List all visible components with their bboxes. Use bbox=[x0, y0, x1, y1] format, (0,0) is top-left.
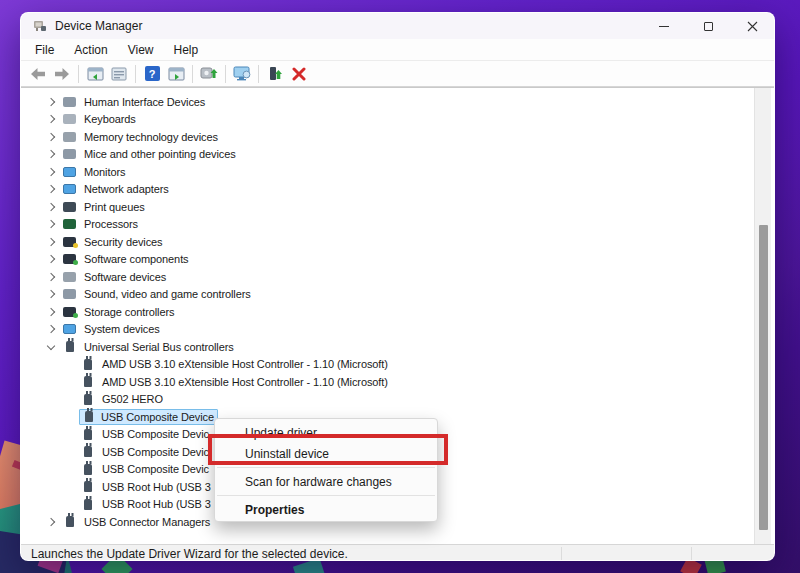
tree-item-mice[interactable]: Mice and other pointing devices bbox=[21, 146, 774, 164]
tree-item-security-devices[interactable]: Security devices bbox=[21, 233, 774, 251]
chevron-right-icon[interactable] bbox=[45, 201, 57, 213]
console-tree-icon bbox=[87, 67, 104, 81]
help-button[interactable]: ? bbox=[141, 63, 163, 85]
tree-item-human-interface-devices[interactable]: Human Interface Devices bbox=[21, 93, 774, 111]
tree-item-sound-controllers[interactable]: Sound, video and game controllers bbox=[21, 286, 774, 304]
usb-plug-icon bbox=[84, 376, 92, 387]
chevron-right-icon[interactable] bbox=[45, 271, 57, 283]
chevron-down-icon[interactable] bbox=[45, 341, 57, 353]
tree-item-label: AMD USB 3.10 eXtensible Host Controller … bbox=[102, 376, 388, 388]
chevron-right-icon[interactable] bbox=[45, 96, 57, 108]
tree-item-label: USB Composite Device bbox=[101, 411, 214, 423]
properties-button[interactable] bbox=[108, 63, 130, 85]
chevron-right-icon[interactable] bbox=[45, 131, 57, 143]
tree-item-label: Network adapters bbox=[84, 183, 169, 195]
chevron-right-icon[interactable] bbox=[45, 323, 57, 335]
chevron-right-icon[interactable] bbox=[45, 218, 57, 230]
properties-icon bbox=[111, 67, 127, 81]
close-icon bbox=[747, 21, 758, 32]
toolbar-divider bbox=[135, 65, 136, 83]
tree-item-software-devices[interactable]: Software devices bbox=[21, 268, 774, 286]
chevron-right-icon[interactable] bbox=[45, 236, 57, 248]
tree-item-storage-controllers[interactable]: Storage controllers bbox=[21, 303, 774, 321]
title-bar: Device Manager bbox=[21, 13, 774, 39]
close-button[interactable] bbox=[730, 13, 774, 39]
context-menu-item-scan-hardware[interactable]: Scan for hardware changes bbox=[215, 471, 437, 492]
chevron-right-icon[interactable] bbox=[45, 166, 57, 178]
printer-icon bbox=[63, 202, 76, 212]
monitor-icon bbox=[63, 167, 76, 177]
tree-item-label: Monitors bbox=[84, 166, 125, 178]
tree-item-usb-controllers[interactable]: Universal Serial Bus controllers bbox=[21, 338, 774, 356]
usb-plug-icon bbox=[84, 394, 92, 405]
tree-item-label: USB Composite Devic bbox=[102, 463, 209, 475]
status-divider bbox=[561, 547, 562, 561]
usb-plug-icon bbox=[84, 481, 92, 492]
uninstall-device-button[interactable] bbox=[264, 63, 286, 85]
tree-item-monitors[interactable]: Monitors bbox=[21, 163, 774, 181]
tree-item-software-components[interactable]: Software components bbox=[21, 251, 774, 269]
menu-separator bbox=[217, 495, 435, 496]
update-driver-icon bbox=[200, 66, 218, 81]
status-divider bbox=[691, 547, 692, 561]
tree-item-keyboards[interactable]: Keyboards bbox=[21, 111, 774, 129]
delete-button[interactable] bbox=[288, 63, 310, 85]
tree-item-label: Mice and other pointing devices bbox=[84, 148, 236, 160]
keyboard-icon bbox=[63, 114, 76, 124]
context-menu-item-properties[interactable]: Properties bbox=[215, 499, 437, 520]
tree-item-label: System devices bbox=[84, 323, 160, 335]
tree-item-g502-hero[interactable]: G502 HERO bbox=[21, 391, 774, 409]
toolbar-divider bbox=[225, 65, 226, 83]
tree-item-label: Security devices bbox=[84, 236, 163, 248]
context-menu-item-update-driver[interactable]: Update driver bbox=[215, 422, 437, 443]
memory-icon bbox=[63, 132, 76, 142]
chevron-right-icon[interactable] bbox=[45, 183, 57, 195]
tree-item-print-queues[interactable]: Print queues bbox=[21, 198, 774, 216]
menu-file[interactable]: File bbox=[25, 41, 64, 59]
usb-plug-icon bbox=[84, 359, 92, 370]
vertical-scrollbar[interactable] bbox=[754, 88, 771, 544]
show-window-button[interactable] bbox=[165, 63, 187, 85]
maximize-button[interactable] bbox=[686, 13, 730, 39]
menu-separator bbox=[217, 467, 435, 468]
chevron-right-icon[interactable] bbox=[45, 148, 57, 160]
back-icon bbox=[30, 67, 46, 81]
scrollbar-thumb[interactable] bbox=[759, 225, 768, 530]
console-tree-button[interactable] bbox=[84, 63, 106, 85]
tree-item-label: Keyboards bbox=[84, 113, 136, 125]
chevron-right-icon[interactable] bbox=[45, 516, 57, 528]
tree-item-memory-technology-devices[interactable]: Memory technology devices bbox=[21, 128, 774, 146]
minimize-button[interactable] bbox=[642, 13, 686, 39]
tree-item-label: Processors bbox=[84, 218, 138, 230]
forward-icon bbox=[54, 67, 70, 81]
tree-item-label: Sound, video and game controllers bbox=[84, 288, 251, 300]
toolbar-divider bbox=[78, 65, 79, 83]
tree-item-amd-usb-controller[interactable]: AMD USB 3.10 eXtensible Host Controller … bbox=[21, 356, 774, 374]
menu-action[interactable]: Action bbox=[64, 41, 117, 59]
scan-hardware-button[interactable] bbox=[231, 63, 253, 85]
tree-item-network-adapters[interactable]: Network adapters bbox=[21, 181, 774, 199]
tree-item-processors[interactable]: Processors bbox=[21, 216, 774, 234]
mouse-icon bbox=[63, 149, 76, 159]
menu-view[interactable]: View bbox=[118, 41, 164, 59]
tree-item-system-devices[interactable]: System devices bbox=[21, 321, 774, 339]
tree-item-label: G502 HERO bbox=[102, 393, 163, 405]
back-button[interactable] bbox=[27, 63, 49, 85]
chevron-right-icon[interactable] bbox=[45, 288, 57, 300]
tree-item-label: Human Interface Devices bbox=[84, 96, 205, 108]
tree-item-amd-usb-controller[interactable]: AMD USB 3.10 eXtensible Host Controller … bbox=[21, 373, 774, 391]
chevron-right-icon[interactable] bbox=[45, 113, 57, 125]
chevron-right-icon[interactable] bbox=[45, 253, 57, 265]
usb-plug-icon bbox=[84, 446, 92, 457]
show-window-icon bbox=[168, 67, 185, 81]
update-driver-button[interactable] bbox=[198, 63, 220, 85]
human-interface-devices-icon bbox=[63, 97, 76, 107]
status-text: Launches the Update Driver Wizard for th… bbox=[21, 547, 348, 561]
usb-plug-icon bbox=[84, 464, 92, 475]
forward-button[interactable] bbox=[51, 63, 73, 85]
context-menu-item-uninstall-device[interactable]: Uninstall device bbox=[215, 443, 437, 464]
storage-controller-icon bbox=[63, 307, 76, 317]
chevron-right-icon[interactable] bbox=[45, 306, 57, 318]
menu-help[interactable]: Help bbox=[164, 41, 209, 59]
tree-item-label: Memory technology devices bbox=[84, 131, 218, 143]
